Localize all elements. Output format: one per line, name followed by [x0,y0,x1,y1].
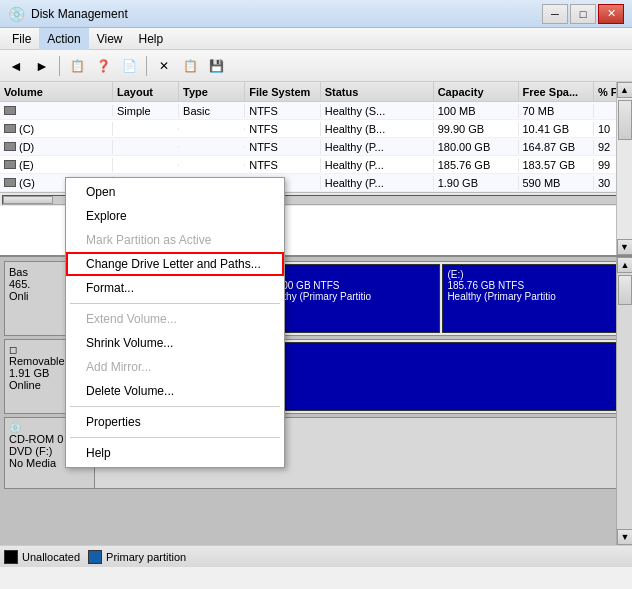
ctx-shrink[interactable]: Shrink Volume... [66,331,284,355]
menu-item-action[interactable]: Action [39,28,88,50]
partition-e[interactable]: (E:) 185.76 GB NTFS Healthy (Primary Par… [442,264,625,333]
title-bar-icon: 💿 [8,6,25,22]
partition-status: Healthy (Primary Partitio [263,291,436,302]
td-free-0: 70 MB [519,104,594,118]
th-fs: File System [245,82,320,101]
td-type-0: Basic [179,104,245,118]
td-cap-3: 185.76 GB [434,158,519,172]
toolbar-properties[interactable]: 📄 [117,54,141,78]
td-type-2 [179,146,245,148]
td-fs-3: NTFS [245,158,320,172]
ctx-change-drive[interactable]: Change Drive Letter and Paths... [66,252,284,276]
td-cap-4: 1.90 GB [434,176,519,190]
menu-item-file[interactable]: File [4,28,39,50]
menu-bar: File Action View Help [0,28,632,50]
td-free-3: 183.57 GB [519,158,594,172]
ctx-delete[interactable]: Delete Volume... [66,379,284,403]
scroll-down-arrow[interactable]: ▼ [617,239,633,255]
td-status-3: Healthy (P... [321,158,434,172]
ctx-explore[interactable]: Explore [66,204,284,228]
td-vol-2: (D) [0,140,113,154]
title-bar-controls: ─ □ ✕ [542,4,624,24]
ctx-sep2 [70,406,280,407]
td-vol-3: (E) [0,158,113,172]
menu-item-view[interactable]: View [89,28,131,50]
toolbar-sep2 [146,56,147,76]
ctx-properties[interactable]: Properties [66,410,284,434]
toolbar-forward[interactable]: ► [30,54,54,78]
scroll-up-arrow[interactable]: ▲ [617,82,633,98]
ctx-open[interactable]: Open [66,180,284,204]
title-bar-text: Disk Management [31,7,542,21]
td-type-3 [179,164,245,166]
context-menu: Open Explore Mark Partition as Active Ch… [65,177,285,468]
ctx-format[interactable]: Format... [66,276,284,300]
th-free: Free Spa... [519,82,594,101]
legend-box-primary [88,550,102,564]
title-bar: 💿 Disk Management ─ □ ✕ [0,0,632,28]
td-layout-1 [113,128,179,130]
td-vol-0 [0,105,113,116]
maximize-button[interactable]: □ [570,4,596,24]
disk-scroll-down[interactable]: ▼ [617,529,632,545]
legend-primary: Primary partition [88,550,186,564]
table-scroll-thumb[interactable] [3,196,53,204]
table-vscroll[interactable]: ▲ ▼ [616,82,632,255]
td-status-4: Healthy (P... [321,176,434,190]
td-free-4: 590 MB [519,176,594,190]
toolbar-delete[interactable]: ✕ [152,54,176,78]
td-cap-1: 99.90 GB [434,122,519,136]
toolbar-back[interactable]: ◄ [4,54,28,78]
disk-scroll-thumb[interactable] [618,275,632,305]
toolbar-refresh[interactable]: 📋 [178,54,202,78]
table-header: Volume Layout Type File System Status Ca… [0,82,632,102]
scroll-thumb[interactable] [618,100,632,140]
th-layout: Layout [113,82,179,101]
td-fs-1: NTFS [245,122,320,136]
table-row[interactable]: (D) NTFS Healthy (P... 180.00 GB 164.87 … [0,138,632,156]
minimize-button[interactable]: ─ [542,4,568,24]
disk-scroll-up[interactable]: ▲ [617,257,632,273]
td-layout-3 [113,164,179,166]
table-row[interactable]: Simple Basic NTFS Healthy (S... 100 MB 7… [0,102,632,120]
td-cap-0: 100 MB [434,104,519,118]
legend-unallocated: Unallocated [4,550,80,564]
table-row[interactable]: (C) NTFS Healthy (B... 99.90 GB 10.41 GB… [0,120,632,138]
legend-label-unallocated: Unallocated [22,551,80,563]
toolbar: ◄ ► 📋 ❓ 📄 ✕ 📋 💾 [0,50,632,82]
ctx-add-mirror: Add Mirror... [66,355,284,379]
close-button[interactable]: ✕ [598,4,624,24]
toolbar-help[interactable]: ❓ [91,54,115,78]
ctx-mark-active: Mark Partition as Active [66,228,284,252]
menu-item-help[interactable]: Help [131,28,172,50]
disk-area-vscroll[interactable]: ▲ ▼ [616,257,632,545]
td-type-1 [179,128,245,130]
td-status-0: Healthy (S... [321,104,434,118]
ctx-extend: Extend Volume... [66,307,284,331]
partition-d[interactable]: (D:) 180.00 GB NTFS Healthy (Primary Par… [258,264,441,333]
td-cap-2: 180.00 GB [434,140,519,154]
partition-label: (E:) [447,269,620,280]
td-status-1: Healthy (B... [321,122,434,136]
status-bar: Unallocated Primary partition [0,545,632,567]
td-fs-2: NTFS [245,140,320,154]
partition-status: Healthy (Primary Partitio [447,291,620,302]
partition-label: (D:) [263,269,436,280]
toolbar-sep1 [59,56,60,76]
legend-box-unallocated [4,550,18,564]
ctx-help[interactable]: Help [66,441,284,465]
toolbar-disk-list[interactable]: 📋 [65,54,89,78]
th-capacity: Capacity [434,82,519,101]
ctx-sep3 [70,437,280,438]
td-layout-0: Simple [113,104,179,118]
table-row[interactable]: (E) NTFS Healthy (P... 185.76 GB 183.57 … [0,156,632,174]
window: 💿 Disk Management ─ □ ✕ File Action View… [0,0,632,589]
th-status: Status [321,82,434,101]
td-free-2: 164.87 GB [519,140,594,154]
td-status-2: Healthy (P... [321,140,434,154]
td-vol-1: (C) [0,122,113,136]
partition-size-fs: 185.76 GB NTFS [447,280,620,291]
toolbar-save[interactable]: 💾 [204,54,228,78]
td-layout-2 [113,146,179,148]
legend-label-primary: Primary partition [106,551,186,563]
